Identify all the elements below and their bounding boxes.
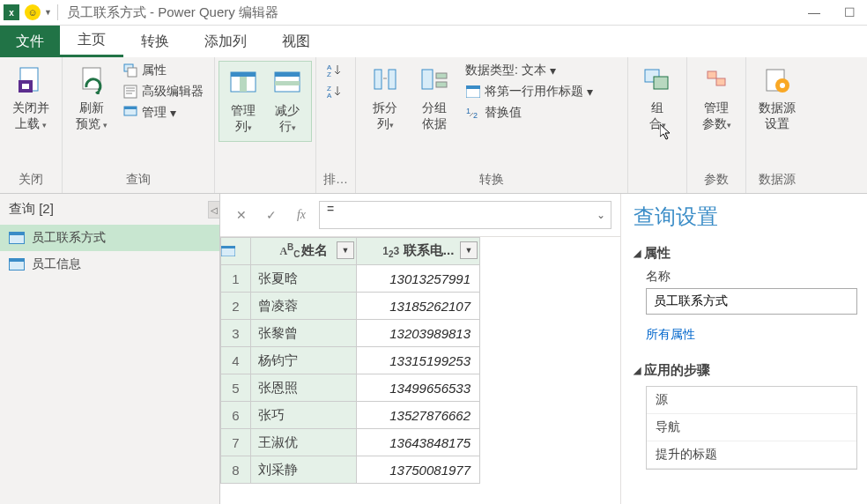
row-number[interactable]: 4 <box>221 347 251 374</box>
cell-phone[interactable]: 13203989813 <box>357 320 480 347</box>
row-number[interactable]: 7 <box>221 429 251 456</box>
first-row-header-button[interactable]: 将第一行用作标题▾ <box>462 82 620 101</box>
group-params-label: 参数 <box>694 168 738 193</box>
minimize-button[interactable]: ― <box>797 0 832 26</box>
data-grid: ABC 姓名 ▼ 123 联系电... ▼ 1张夏晗130132579912曾凌… <box>220 237 620 484</box>
refresh-preview-button[interactable]: 刷新 预览 ▾ <box>70 61 114 137</box>
split-column-button[interactable]: 拆分 列▾ <box>363 61 407 137</box>
step-item[interactable]: 源 <box>647 387 856 414</box>
menu-dropdown-icon[interactable]: ▼ <box>44 8 52 17</box>
cell-phone[interactable]: 13527876662 <box>357 402 480 429</box>
manage-columns-icon <box>227 67 259 99</box>
smile-icon[interactable]: ☺ <box>25 4 41 20</box>
group-by-label: 分组 依据 <box>422 100 447 131</box>
ribbon: 关闭并 上载 ▾ 关闭 刷新 预览 ▾ 属性 高级编辑器 <box>0 57 867 194</box>
reduce-rows-label: 减少 行▾ <box>275 102 300 136</box>
cell-name[interactable]: 王淑优 <box>251 429 357 456</box>
cell-phone[interactable]: 13315199253 <box>357 347 480 374</box>
name-input[interactable] <box>646 288 857 315</box>
svg-rect-23 <box>389 70 396 89</box>
svg-rect-6 <box>124 85 137 98</box>
formula-bar: ✕ ✓ fx = ⌄ <box>220 194 620 237</box>
cell-name[interactable]: 刘采静 <box>251 456 357 484</box>
fx-icon[interactable]: fx <box>289 203 314 227</box>
table-corner[interactable] <box>221 238 251 265</box>
tab-file[interactable]: 文件 <box>0 26 60 57</box>
collapse-icon: ◢ <box>634 365 641 376</box>
window-title: 员工联系方式 - Power Query 编辑器 <box>67 4 278 21</box>
sort-desc-button[interactable]: ZA <box>323 82 346 101</box>
svg-rect-34 <box>716 78 725 85</box>
svg-text:1: 1 <box>466 107 471 115</box>
section-properties[interactable]: ◢属性 <box>634 245 855 262</box>
step-item[interactable]: 提升的标题 <box>647 441 856 469</box>
maximize-button[interactable]: ☐ <box>832 0 867 26</box>
cell-name[interactable]: 张夏晗 <box>251 265 357 293</box>
svg-text:A: A <box>327 92 332 99</box>
column-header-name[interactable]: ABC 姓名 ▼ <box>251 238 357 265</box>
cell-name[interactable]: 张恩照 <box>251 374 357 402</box>
reduce-rows-button[interactable]: 减少 行▾ <box>265 63 309 139</box>
section-steps[interactable]: ◢应用的步骤 <box>634 362 855 379</box>
manage-icon <box>122 105 138 121</box>
group-query: 刷新 预览 ▾ 属性 高级编辑器 管理▾ 查询 <box>63 57 215 193</box>
datasource-settings-icon <box>761 64 793 96</box>
all-properties-link[interactable]: 所有属性 <box>646 327 855 343</box>
cell-name[interactable]: 张黎曾 <box>251 320 357 347</box>
svg-text:2: 2 <box>473 111 478 119</box>
query-item-1[interactable]: 员工信息 <box>0 251 219 278</box>
tab-transform[interactable]: 转换 <box>123 26 187 57</box>
svg-rect-2 <box>22 84 29 89</box>
filter-icon[interactable]: ▼ <box>337 241 354 259</box>
split-column-icon <box>369 64 401 96</box>
group-sort: AZ ZA 排… <box>316 57 356 193</box>
type-number-icon: 123 <box>382 245 400 259</box>
properties-button[interactable]: 属性 <box>119 61 207 80</box>
close-load-button[interactable]: 关闭并 上载 ▾ <box>7 61 55 137</box>
settings-title: 查询设置 <box>634 203 855 231</box>
steps-list: 源 导航 提升的标题 <box>646 386 857 470</box>
manage-columns-button[interactable]: 管理 列▾ <box>221 63 265 139</box>
replace-values-button[interactable]: 12 替换值 <box>462 103 620 122</box>
row-number[interactable]: 8 <box>221 456 251 484</box>
step-item[interactable]: 导航 <box>647 414 856 441</box>
row-number[interactable]: 6 <box>221 402 251 429</box>
sort-asc-button[interactable]: AZ <box>323 61 346 80</box>
formula-accept-button[interactable]: ✓ <box>259 203 284 227</box>
group-by-button[interactable]: 分组 依据 <box>412 61 456 135</box>
tab-view[interactable]: 视图 <box>264 26 328 57</box>
cell-phone[interactable]: 13185262107 <box>357 293 480 320</box>
cell-phone[interactable]: 13643848175 <box>357 429 480 456</box>
manage-button[interactable]: 管理▾ <box>119 103 207 122</box>
cell-phone[interactable]: 13750081977 <box>357 456 480 484</box>
cell-name[interactable]: 杨钧宁 <box>251 347 357 374</box>
ribbon-tabs: 文件 主页 转换 添加列 视图 <box>0 26 867 57</box>
tab-addcolumn[interactable]: 添加列 <box>187 26 264 57</box>
cell-name[interactable]: 张巧 <box>251 402 357 429</box>
query-item-0[interactable]: 员工联系方式 <box>0 225 219 251</box>
row-number[interactable]: 3 <box>221 320 251 347</box>
filter-icon[interactable]: ▼ <box>460 241 478 259</box>
cell-name[interactable]: 曾凌蓉 <box>251 293 357 320</box>
row-number[interactable]: 1 <box>221 265 251 293</box>
table-icon <box>9 258 25 271</box>
row-number[interactable]: 5 <box>221 374 251 402</box>
formula-dropdown-icon[interactable]: ⌄ <box>597 209 605 221</box>
advanced-editor-button[interactable]: 高级编辑器 <box>119 82 207 101</box>
datasource-settings-button[interactable]: 数据源 设置 <box>753 61 801 135</box>
tab-home[interactable]: 主页 <box>60 26 123 57</box>
collapse-handle[interactable]: ◁ <box>208 201 220 219</box>
formula-cancel-button[interactable]: ✕ <box>229 203 254 227</box>
manage-params-button[interactable]: 管理 参数▾ <box>694 61 738 137</box>
svg-rect-28 <box>466 85 480 89</box>
close-load-label: 关闭并 上载 ▾ <box>12 100 49 133</box>
column-header-phone[interactable]: 123 联系电... ▼ <box>357 238 480 265</box>
group-by-icon <box>419 64 450 96</box>
cell-phone[interactable]: 13499656533 <box>357 374 480 402</box>
combine-button[interactable]: 组 合▾ <box>635 61 679 137</box>
cell-phone[interactable]: 13013257991 <box>357 265 480 293</box>
formula-input[interactable]: = ⌄ <box>319 201 611 229</box>
row-number[interactable]: 2 <box>221 293 251 320</box>
group-datasource: 数据源 设置 数据源 <box>746 57 808 193</box>
data-type-button[interactable]: 数据类型: 文本▾ <box>462 61 620 80</box>
